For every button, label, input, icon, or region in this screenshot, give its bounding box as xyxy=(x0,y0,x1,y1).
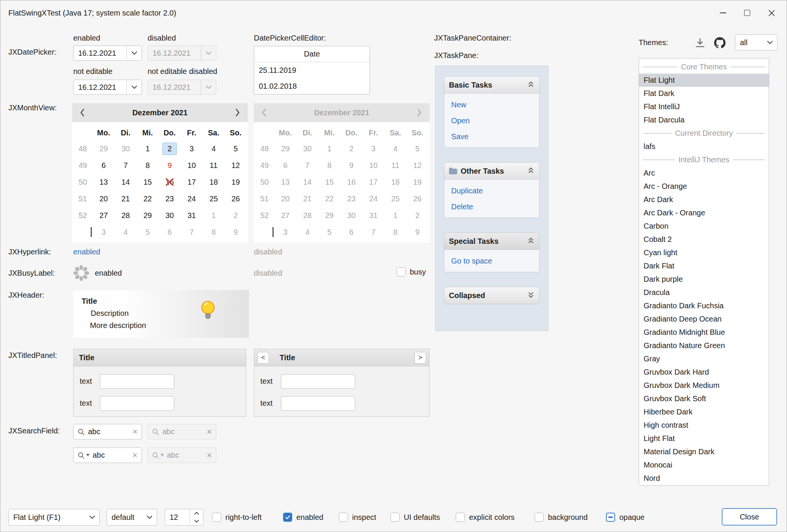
search-menu-icon[interactable] xyxy=(77,452,90,459)
theme-item-dracula[interactable]: Dracula xyxy=(639,286,769,299)
theme-item-flat-darcula[interactable]: Flat Darcula xyxy=(639,113,769,127)
task-link-duplicate[interactable]: Duplicate xyxy=(444,183,539,199)
themes-filter-combobox[interactable]: all xyxy=(735,35,778,50)
taskpane-header[interactable]: Other Tasks xyxy=(444,163,539,179)
day-cell[interactable]: 4 xyxy=(203,140,225,157)
theme-item-gray[interactable]: Gray xyxy=(639,352,769,366)
table-row[interactable]: 01.02.2018 xyxy=(254,78,370,94)
checkbox-background[interactable]: background xyxy=(535,513,588,522)
checkbox-inspect[interactable]: inspect xyxy=(339,513,376,522)
day-cell[interactable]: 29 xyxy=(93,140,115,157)
day-cell[interactable]: 2 xyxy=(225,207,247,224)
day-cell[interactable]: 31 xyxy=(181,207,203,224)
theme-item-gruvbox-dark-soft[interactable]: Gruvbox Dark Soft xyxy=(639,392,769,405)
font-size-spinner[interactable]: 12 xyxy=(165,509,203,526)
day-cell[interactable]: 7 xyxy=(181,224,203,240)
theme-item-arc[interactable]: Arc xyxy=(639,166,769,180)
theme-item-gruvbox-dark-medium[interactable]: Gruvbox Dark Medium xyxy=(639,379,769,392)
text-input[interactable] xyxy=(100,374,174,389)
theme-item-cobalt-2[interactable]: Cobalt 2 xyxy=(639,233,769,246)
day-cell[interactable]: 15 xyxy=(137,174,159,190)
day-cell[interactable]: 9 xyxy=(159,157,181,174)
day-cell[interactable]: 30 xyxy=(115,140,137,157)
day-cell[interactable]: 21 xyxy=(115,190,137,207)
datepicker-value[interactable]: 16.12.2021 xyxy=(74,49,126,58)
day-cell[interactable]: 13 xyxy=(93,174,115,190)
theme-item-high-contrast[interactable]: High contrast xyxy=(639,419,769,432)
checkbox-right-to-left[interactable]: right-to-left xyxy=(212,513,262,522)
close-window-button[interactable] xyxy=(759,0,784,25)
datepicker-dropdown-button[interactable] xyxy=(126,80,142,94)
theme-item-cyan-light[interactable]: Cyan light xyxy=(639,246,769,259)
day-cell[interactable]: 24 xyxy=(181,190,203,207)
title-bar[interactable]: FlatSwingXTest (Java 17; system scale fa… xyxy=(0,0,787,25)
day-cell[interactable]: 7 xyxy=(115,157,137,174)
theme-item-material-design-dark[interactable]: Material Design Dark xyxy=(639,445,769,458)
checkbox-busy[interactable]: busy xyxy=(397,267,426,276)
checkbox-box[interactable] xyxy=(390,513,400,522)
day-cell[interactable]: 2 xyxy=(159,140,181,157)
day-cell[interactable]: 14 xyxy=(115,174,137,190)
checkbox-box[interactable] xyxy=(606,513,615,522)
checkbox-explicit-colors[interactable]: explicit colors xyxy=(456,513,515,522)
day-cell[interactable]: 18 xyxy=(203,174,225,190)
spinner-up-button[interactable] xyxy=(190,509,203,517)
day-cell[interactable]: 22 xyxy=(137,190,159,207)
task-link-new[interactable]: New xyxy=(444,97,539,113)
close-button[interactable]: Close xyxy=(722,508,777,526)
day-cell[interactable]: 17 xyxy=(181,174,203,190)
text-input[interactable] xyxy=(281,374,355,389)
checkbox-box[interactable] xyxy=(212,513,221,522)
day-cell[interactable]: 29 xyxy=(137,207,159,224)
day-cell[interactable]: 6 xyxy=(93,157,115,174)
day-cell[interactable]: 9 xyxy=(225,224,247,240)
checkbox-box[interactable] xyxy=(339,513,348,522)
taskpane-header[interactable]: Basic Tasks xyxy=(444,77,539,93)
day-cell[interactable]: 5 xyxy=(137,224,159,240)
day-cell[interactable]: 6 xyxy=(159,224,181,240)
theme-item-gradianto-deep-ocean[interactable]: Gradianto Deep Ocean xyxy=(639,312,769,326)
task-link-delete[interactable]: Delete xyxy=(444,199,539,215)
theme-item-gruvbox-dark-hard[interactable]: Gruvbox Dark Hard xyxy=(639,366,769,379)
checkbox-ui-defaults[interactable]: UI defaults xyxy=(390,513,440,522)
theme-item-monocai[interactable]: Monocai xyxy=(639,458,769,472)
datepicker-dropdown-button[interactable] xyxy=(126,46,142,60)
search-field-enabled[interactable]: abc ✕ xyxy=(73,424,142,439)
day-cell[interactable]: 28 xyxy=(115,207,137,224)
datepicker-not-editable[interactable]: 16.12.2021 xyxy=(73,80,142,95)
theme-item-gradianto-midnight-blue[interactable]: Gradianto Midnight Blue xyxy=(639,326,769,339)
github-icon[interactable] xyxy=(713,36,727,52)
theme-item-dark-flat[interactable]: Dark Flat xyxy=(639,259,769,273)
search-input[interactable]: abc xyxy=(88,427,129,436)
titled-panel-right-button[interactable]: > xyxy=(414,352,426,364)
theme-item-carbon[interactable]: Carbon xyxy=(639,220,769,233)
text-input[interactable] xyxy=(100,396,174,411)
task-link-go-to-space[interactable]: Go to space xyxy=(444,253,539,269)
datepicker-enabled[interactable]: 16.12.2021 xyxy=(73,46,142,61)
day-cell[interactable]: 23 xyxy=(159,190,181,207)
theme-item-flat-intellij[interactable]: Flat IntelliJ xyxy=(639,100,769,113)
search-field-with-menu[interactable]: abc ✕ xyxy=(73,447,142,463)
maximize-button[interactable] xyxy=(735,0,759,25)
theme-item-flat-dark[interactable]: Flat Dark xyxy=(639,87,769,100)
hyperlink-enabled[interactable]: enabled xyxy=(73,248,100,256)
day-cell[interactable]: 25 xyxy=(203,190,225,207)
spinner-value[interactable]: 12 xyxy=(165,513,189,522)
day-cell[interactable]: 4 xyxy=(115,224,137,240)
day-cell[interactable]: 3 xyxy=(93,224,115,240)
day-cell[interactable]: 8 xyxy=(203,224,225,240)
day-cell[interactable]: 12 xyxy=(225,157,247,174)
day-cell[interactable]: 20 xyxy=(93,190,115,207)
day-cell[interactable]: 1 xyxy=(203,207,225,224)
day-cell[interactable]: 5 xyxy=(225,140,247,157)
day-cell[interactable]: 3 xyxy=(181,140,203,157)
day-cell[interactable]: 16 xyxy=(159,174,181,190)
clear-icon[interactable]: ✕ xyxy=(132,428,138,436)
checkbox-box[interactable] xyxy=(535,513,544,522)
day-cell[interactable]: 26 xyxy=(225,190,247,207)
search-input[interactable]: abc xyxy=(93,451,129,460)
checkbox-box[interactable] xyxy=(283,513,292,522)
clear-icon[interactable]: ✕ xyxy=(132,451,138,460)
theme-item-arc-orange[interactable]: Arc - Orange xyxy=(639,180,769,193)
day-cell[interactable]: 11 xyxy=(203,157,225,174)
